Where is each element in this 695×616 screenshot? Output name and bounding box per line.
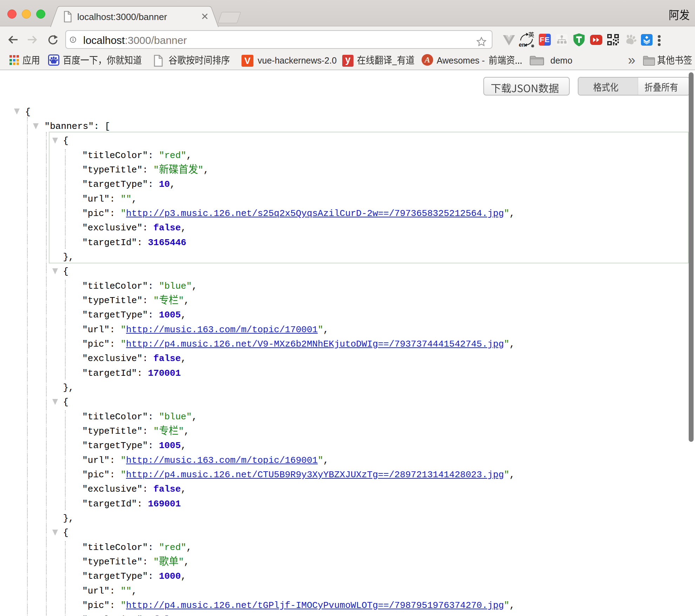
svg-text:en: en [519, 42, 525, 48]
